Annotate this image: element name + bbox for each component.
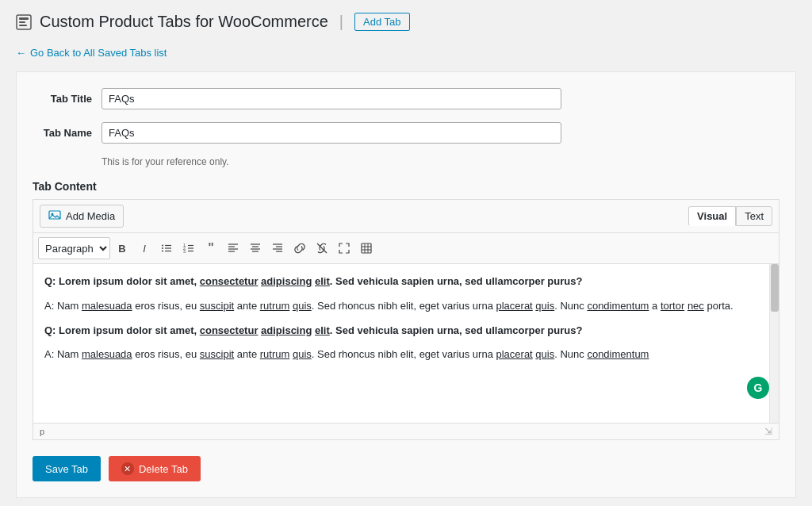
paragraph-select[interactable]: Paragraph Heading 1 Heading 2 Heading 3 — [38, 237, 110, 259]
actions-row: Save Tab ✕ Delete Tab — [33, 456, 779, 481]
bold-button[interactable]: B — [112, 238, 132, 259]
align-right-button[interactable] — [267, 238, 288, 259]
back-link[interactable]: ← Go Back to All Saved Tabs list — [16, 47, 796, 59]
plugin-icon — [16, 14, 32, 30]
content-a2: A: Nam malesuada eros risus, eu suscipit… — [44, 347, 758, 363]
editor-tag: p — [40, 427, 44, 436]
tab-title-label: Tab Title — [33, 93, 92, 105]
blockquote-button[interactable]: " — [201, 238, 221, 259]
editor-body[interactable]: Q: Lorem ipsum dolor sit amet, consectet… — [33, 264, 779, 423]
unlink-button[interactable] — [312, 238, 332, 259]
content-a1: A: Nam malesuada eros risus, eu suscipit… — [44, 298, 758, 315]
tab-name-hint: This is for your reference only. — [102, 156, 779, 167]
content-q1: Q: Lorem ipsum dolor sit amet, consectet… — [44, 274, 758, 290]
media-icon — [48, 209, 61, 224]
delete-tab-button[interactable]: ✕ Delete Tab — [109, 456, 201, 481]
tab-name-input[interactable] — [102, 122, 561, 144]
content-q2: Q: Lorem ipsum dolor sit amet, consectet… — [44, 323, 758, 339]
svg-rect-1 — [19, 17, 29, 20]
tab-name-group: Tab Name This is for your reference only… — [33, 122, 779, 167]
svg-text:3.: 3. — [183, 249, 186, 254]
editor-topbar: Add Media Visual Text — [33, 200, 779, 233]
editor-tabs: Visual Text — [688, 206, 772, 226]
svg-rect-31 — [362, 243, 371, 253]
svg-point-10 — [162, 251, 163, 252]
tab-text[interactable]: Text — [736, 206, 772, 226]
add-media-label: Add Media — [66, 210, 115, 222]
tab-content-label: Tab Content — [33, 180, 779, 193]
tab-title-input[interactable] — [102, 88, 561, 109]
add-media-button[interactable]: Add Media — [40, 205, 124, 228]
editor-toolbar: Paragraph Heading 1 Heading 2 Heading 3 … — [33, 233, 779, 264]
table-button[interactable] — [356, 238, 377, 259]
italic-button[interactable]: I — [134, 238, 155, 259]
delete-icon: ✕ — [121, 462, 134, 475]
editor-wrapper: Q: Lorem ipsum dolor sit amet, consectet… — [33, 264, 779, 423]
tab-name-label: Tab Name — [33, 127, 92, 139]
svg-rect-2 — [19, 21, 25, 23]
editor-container: Add Media Visual Text Paragraph Heading … — [33, 199, 779, 440]
link-button[interactable] — [289, 238, 310, 259]
editor-footer: p ⇲ — [33, 423, 779, 439]
svg-rect-3 — [19, 25, 27, 26]
scrollbar-thumb[interactable] — [771, 264, 779, 312]
svg-point-6 — [162, 245, 163, 247]
unordered-list-button[interactable] — [156, 238, 177, 259]
fullscreen-button[interactable] — [334, 238, 354, 259]
delete-label: Delete Tab — [139, 463, 188, 475]
ordered-list-button[interactable]: 1.2.3. — [178, 238, 199, 259]
tab-title-row: Tab Title — [33, 88, 779, 109]
tab-visual[interactable]: Visual — [688, 206, 736, 226]
grammarly-button[interactable]: G — [747, 377, 769, 399]
back-arrow-icon: ← — [16, 47, 26, 59]
save-tab-button[interactable]: Save Tab — [33, 456, 101, 481]
separator: | — [339, 13, 343, 31]
back-link-label: Go Back to All Saved Tabs list — [30, 47, 167, 59]
page-title: Custom Product Tabs for WooCommerce — [40, 13, 328, 31]
align-center-button[interactable] — [245, 238, 266, 259]
resize-handle[interactable]: ⇲ — [764, 426, 772, 437]
tab-name-row: Tab Name — [33, 122, 779, 144]
svg-point-8 — [162, 247, 163, 249]
add-tab-button[interactable]: Add Tab — [354, 13, 409, 31]
align-left-button[interactable] — [223, 238, 243, 259]
scrollbar[interactable] — [769, 264, 779, 423]
